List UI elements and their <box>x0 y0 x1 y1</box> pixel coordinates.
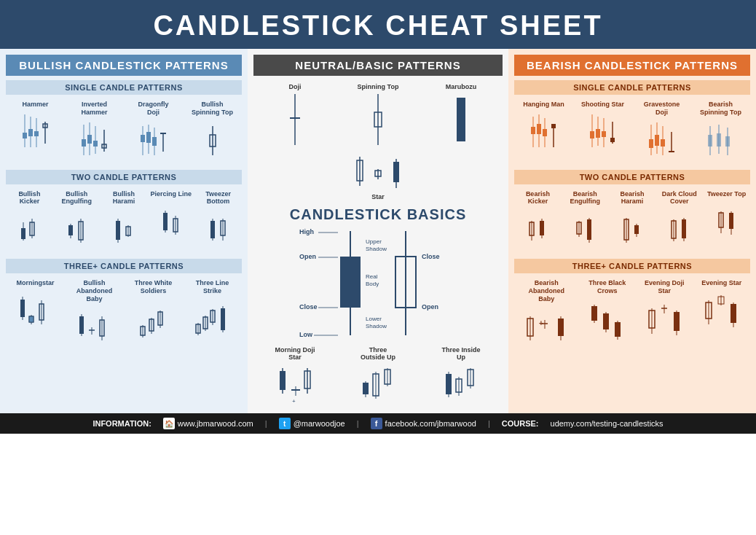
pattern-evening-doji-star: Evening Doji Star <box>645 279 685 345</box>
svg-rect-150 <box>717 133 721 147</box>
svg-text:Body: Body <box>366 281 379 287</box>
bearish-two-group: Bearish Kicker Bearish Engulfing <box>514 187 750 255</box>
marubozu-label: Marubozu <box>446 83 477 90</box>
footer: INFORMATION: 🏠 www.jbmarwood.com | t @ma… <box>0 413 756 434</box>
bullish-two-group: Bullish Kicker Bullish Engulfing <box>6 187 242 255</box>
footer-facebook-item: f facebook.com/jbmarwood <box>371 418 476 429</box>
star-label: Star <box>371 193 385 200</box>
svg-rect-1 <box>23 133 27 138</box>
bullish-spinning-top-label: Bullish Spinning Top <box>191 101 235 117</box>
tweezer-top-label: Tweezer Top <box>707 190 746 198</box>
bearish-three-header: THREE+ CANDLE PATTERNS <box>514 259 750 273</box>
svg-rect-197 <box>731 304 736 323</box>
pattern-bullish-engulfing: Bullish Engulfing <box>55 190 98 252</box>
svg-rect-168 <box>682 219 686 238</box>
svg-rect-191 <box>674 312 680 331</box>
bullish-single-group: Hammer Inverted Hamm <box>6 98 242 165</box>
pattern-bearish-abandoned-baby: Bearish Abandoned Baby + <box>523 279 570 352</box>
pattern-three-black-crows: Three Black Crows <box>587 279 627 345</box>
pattern-bearish-kicker: Bearish Kicker <box>516 190 559 252</box>
svg-text:High: High <box>299 228 314 235</box>
svg-rect-142 <box>655 135 659 146</box>
morning-doji-star-label: Morning Doji Star <box>275 346 315 361</box>
main-container: CANDLESTICK CHEAT SHEET BULLISH CANDLEST… <box>0 0 756 434</box>
hammer-label: Hammer <box>22 101 48 109</box>
svg-rect-134 <box>596 129 600 138</box>
three-inside-up-label: Three Inside Up <box>441 346 481 361</box>
home-icon: 🏠 <box>163 418 175 429</box>
facebook-icon: f <box>371 418 382 429</box>
svg-rect-160 <box>587 219 591 240</box>
svg-rect-144 <box>661 139 665 147</box>
svg-rect-130 <box>551 124 556 128</box>
footer-website: www.jbmarwood.com <box>178 419 253 428</box>
svg-text:Shadow: Shadow <box>366 323 387 329</box>
svg-rect-185 <box>615 322 621 337</box>
svg-rect-156 <box>540 221 544 235</box>
svg-rect-21 <box>152 137 157 146</box>
gravestone-doji-label: Gravestone Doji <box>640 101 684 117</box>
evening-doji-star-label: Evening Doji Star <box>645 279 685 295</box>
svg-text:Open: Open <box>422 303 438 311</box>
footer-course-label: COURSE: <box>502 419 539 428</box>
pattern-star: Star <box>349 153 407 200</box>
piercing-line-label: Piercing Line <box>151 190 192 198</box>
footer-website-item: 🏠 www.jbmarwood.com <box>163 418 253 429</box>
pattern-morningstar: Morningstar <box>14 279 58 337</box>
footer-twitter: @marwoodjoe <box>294 419 345 428</box>
bullish-kicker-label: Bullish Kicker <box>7 190 51 206</box>
pattern-tweezer-bottom: Tweezer Bottom <box>197 190 240 252</box>
svg-rect-85 <box>340 257 361 308</box>
pattern-gravestone-doji: Gravestone Doji <box>640 101 684 163</box>
bearish-two-header: TWO CANDLE PATTERNS <box>514 170 750 184</box>
svg-rect-72 <box>221 308 225 330</box>
svg-rect-11 <box>87 135 92 144</box>
svg-rect-17 <box>141 135 145 142</box>
svg-text:Shadow: Shadow <box>366 246 387 252</box>
pattern-bearish-engulfing: Bearish Engulfing <box>563 190 607 252</box>
svg-rect-132 <box>590 131 594 138</box>
pattern-three-inside-up: Three Inside Up <box>441 346 481 405</box>
footer-twitter-item: t @marwoodjoe <box>279 418 345 429</box>
morningstar-label: Morningstar <box>16 279 54 287</box>
bullish-three-header: THREE+ CANDLE PATTERNS <box>6 259 242 273</box>
svg-rect-128 <box>543 129 547 136</box>
evening-star-label: Evening Star <box>701 279 741 287</box>
svg-rect-47 <box>20 300 25 317</box>
bearish-spinning-top-label: Bearish Spinning Top <box>699 101 743 117</box>
bullish-engulfing-label: Bullish Engulfing <box>55 190 98 206</box>
svg-text:Close: Close <box>299 303 318 311</box>
basics-title: CANDLESTICK BASICS <box>253 206 503 223</box>
bearish-abandoned-baby-label: Bearish Abandoned Baby <box>523 279 570 302</box>
dragonfly-doji-label: Dragonfly Doji <box>132 101 176 117</box>
svg-rect-43 <box>210 221 215 238</box>
pattern-shooting-star: Shooting Star <box>581 101 625 155</box>
bearish-single-header: SINGLE CANDLE PATTERNS <box>514 80 750 95</box>
svg-rect-181 <box>591 306 597 321</box>
svg-rect-179 <box>558 319 564 336</box>
bearish-header: BEARISH CANDLESTICK PATTERNS <box>514 55 750 76</box>
svg-rect-118 <box>446 374 452 394</box>
footer-divider-3: | <box>488 419 490 428</box>
svg-rect-83 <box>393 162 399 182</box>
footer-facebook: facebook.com/jbmarwood <box>385 419 476 428</box>
pattern-inverted-hammer: Inverted Hammer <box>73 101 117 163</box>
neutral-header: NEUTRAL/BASIC PATTERNS <box>253 55 503 76</box>
pattern-bullish-harami: Bullish Harami <box>102 190 146 252</box>
bullish-column: BULLISH CANDLESTICK PATTERNS SINGLE CAND… <box>0 49 248 413</box>
svg-text:Open: Open <box>299 253 316 260</box>
svg-rect-35 <box>116 221 120 240</box>
three-black-crows-label: Three Black Crows <box>587 279 627 295</box>
bullish-harami-label: Bullish Harami <box>102 190 146 206</box>
bearish-kicker-label: Bearish Kicker <box>516 190 559 206</box>
svg-rect-50 <box>29 316 34 322</box>
neutral-column: NEUTRAL/BASIC PATTERNS Doji Spinning Top <box>248 49 508 413</box>
svg-text:Upper: Upper <box>366 238 382 245</box>
svg-rect-13 <box>93 141 98 147</box>
svg-rect-152 <box>725 136 730 147</box>
svg-rect-19 <box>146 132 151 143</box>
page-title: CANDLESTICK CHEAT SHEET <box>7 10 749 42</box>
footer-course-url: udemy.com/testing-candlesticks <box>551 419 664 428</box>
pattern-evening-star: Evening Star <box>701 279 741 337</box>
pattern-marubozu: Marubozu <box>439 83 483 149</box>
